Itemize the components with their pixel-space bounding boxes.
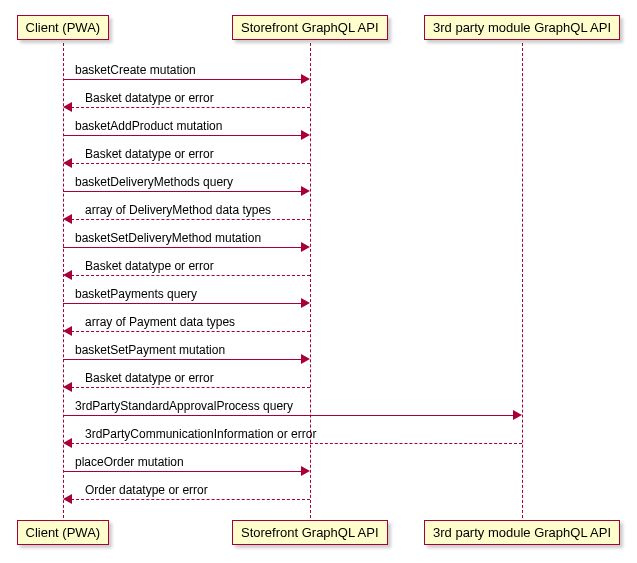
message-arrow (63, 79, 302, 80)
arrow-left-icon (63, 494, 72, 504)
message-label: basketAddProduct mutation (75, 119, 222, 133)
arrow-right-icon (301, 242, 310, 252)
message-arrow (71, 331, 310, 332)
participant-client: Client (PWA) (17, 520, 110, 545)
lifeline-storefront (310, 43, 311, 518)
arrow-left-icon (63, 102, 72, 112)
message-arrow (71, 275, 310, 276)
arrow-right-icon (301, 130, 310, 140)
participant-thirdparty: 3rd party module GraphQL API (424, 15, 620, 40)
message-arrow (71, 387, 310, 388)
message-label: basketPayments query (75, 287, 197, 301)
message-arrow (63, 415, 514, 416)
arrow-right-icon (301, 74, 310, 84)
participant-storefront: Storefront GraphQL API (232, 15, 388, 40)
sequence-diagram: Client (PWA)Storefront GraphQL API3rd pa… (10, 10, 630, 555)
message-arrow (71, 163, 310, 164)
message-arrow (71, 499, 310, 500)
message-arrow (71, 219, 310, 220)
arrow-left-icon (63, 382, 72, 392)
message-label: Basket datatype or error (85, 371, 214, 385)
message-arrow (71, 443, 522, 444)
message-label: array of Payment data types (85, 315, 235, 329)
arrow-left-icon (63, 214, 72, 224)
message-arrow (63, 471, 302, 472)
lifeline-thirdparty (522, 43, 523, 518)
participant-thirdparty: 3rd party module GraphQL API (424, 520, 620, 545)
arrow-right-icon (301, 354, 310, 364)
arrow-left-icon (63, 326, 72, 336)
message-arrow (63, 359, 302, 360)
message-arrow (71, 107, 310, 108)
arrow-right-icon (301, 186, 310, 196)
arrow-right-icon (301, 298, 310, 308)
message-arrow (63, 135, 302, 136)
message-label: basketSetPayment mutation (75, 343, 225, 357)
message-label: placeOrder mutation (75, 455, 184, 469)
message-arrow (63, 247, 302, 248)
message-label: Basket datatype or error (85, 259, 214, 273)
arrow-right-icon (513, 410, 522, 420)
arrow-left-icon (63, 158, 72, 168)
arrow-left-icon (63, 438, 72, 448)
message-label: basketDeliveryMethods query (75, 175, 233, 189)
message-arrow (63, 191, 302, 192)
message-label: Basket datatype or error (85, 147, 214, 161)
message-label: Order datatype or error (85, 483, 208, 497)
message-label: 3rdPartyStandardApprovalProcess query (75, 399, 293, 413)
arrow-left-icon (63, 270, 72, 280)
message-label: array of DeliveryMethod data types (85, 203, 271, 217)
message-label: basketCreate mutation (75, 63, 196, 77)
message-label: basketSetDeliveryMethod mutation (75, 231, 261, 245)
message-arrow (63, 303, 302, 304)
participant-client: Client (PWA) (17, 15, 110, 40)
message-label: 3rdPartyCommunicationInformation or erro… (85, 427, 316, 441)
arrow-right-icon (301, 466, 310, 476)
participant-storefront: Storefront GraphQL API (232, 520, 388, 545)
message-label: Basket datatype or error (85, 91, 214, 105)
